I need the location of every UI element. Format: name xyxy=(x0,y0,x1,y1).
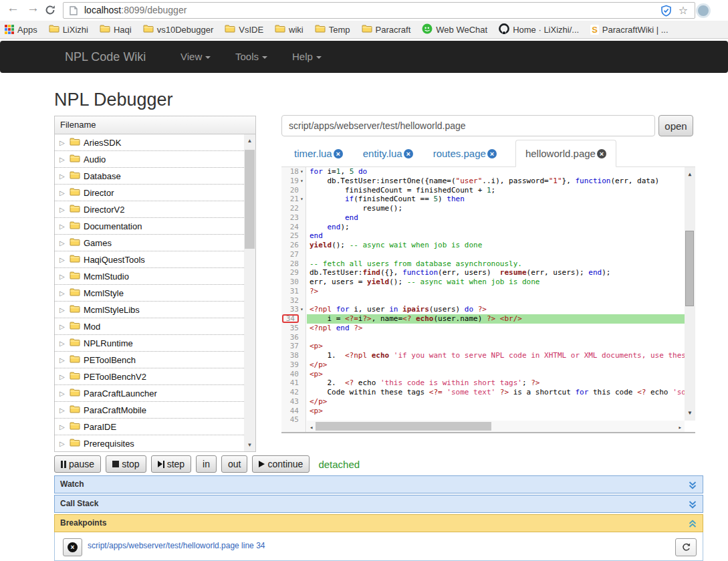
panel-header-watch[interactable]: Watch xyxy=(54,475,703,493)
gutter-line-35[interactable]: 35 xyxy=(281,324,306,333)
gutter-line-25[interactable]: 25 xyxy=(281,231,306,241)
code-line-32[interactable] xyxy=(307,296,685,306)
gutter-line-26[interactable]: 26 xyxy=(281,241,306,250)
gutter-line-43[interactable]: 43 xyxy=(281,397,306,407)
tree-row[interactable]: ▷HaqiQuestTools xyxy=(55,251,244,268)
editor-vertical-scrollbar[interactable]: ▲ ▼ xyxy=(685,167,695,421)
gutter-line-22[interactable]: 22 xyxy=(281,204,306,213)
gutter-line-42[interactable]: 42 xyxy=(281,388,306,397)
expander-icon[interactable]: ▷ xyxy=(59,239,66,247)
code-line-39[interactable]: </p> xyxy=(307,360,685,370)
tree-row[interactable]: ▷PEToolBench xyxy=(55,352,244,368)
gutter-line-18[interactable]: 18▾ xyxy=(281,167,306,177)
gutter-line-33[interactable]: 33▾ xyxy=(281,305,306,314)
tab-close-icon[interactable]: × xyxy=(487,149,497,158)
code-line-28[interactable]: -- fetch all users from database asynchr… xyxy=(307,259,685,269)
gutter-line-45[interactable]: 45 xyxy=(281,415,306,425)
tab-entity.lua[interactable]: entity.lua× xyxy=(362,140,414,166)
breakpoint-marker[interactable]: 34 xyxy=(282,314,299,323)
bookmark-item[interactable]: vs10Debugger xyxy=(143,24,214,35)
scrollbar-thumb[interactable] xyxy=(245,150,255,249)
menu-help[interactable]: Help xyxy=(292,41,322,73)
file-tree-scrollbar[interactable]: ▲ ▼ xyxy=(244,134,255,451)
scroll-up-icon[interactable]: ▲ xyxy=(244,138,255,144)
expander-icon[interactable]: ▷ xyxy=(59,273,66,280)
expander-icon[interactable]: ▷ xyxy=(59,223,66,230)
gutter-line-41[interactable]: 41 xyxy=(281,378,306,388)
code-line-29[interactable]: db.TestUser:find({}, function(err, users… xyxy=(307,268,685,277)
gutter-line-30[interactable]: 30 xyxy=(281,277,306,287)
tree-row[interactable]: ▷Director xyxy=(55,185,244,201)
editor-horizontal-scrollbar[interactable]: ◂ ▸ xyxy=(307,421,685,432)
bookmark-star-icon[interactable]: ☆ xyxy=(679,4,688,17)
tree-row[interactable]: ▷DirectorV2 xyxy=(55,201,244,218)
tree-row[interactable]: ▷ParaIDE xyxy=(55,419,244,435)
code-line-42[interactable]: Code within these tags <?= 'some text' ?… xyxy=(307,388,685,397)
open-button[interactable]: open xyxy=(658,115,693,136)
gutter-line-29[interactable]: 29 xyxy=(281,268,306,277)
fold-arrow-icon[interactable]: ▾ xyxy=(299,167,305,177)
tab-helloworld.page[interactable]: helloworld.page× xyxy=(515,140,616,167)
gutter-line-31[interactable]: 31 xyxy=(281,287,306,296)
tree-row[interactable]: ▷McmlStudio xyxy=(55,268,244,285)
pause-button[interactable]: pause xyxy=(54,455,101,473)
gutter-line-32[interactable]: 32 xyxy=(281,296,306,306)
code-line-40[interactable]: <p> xyxy=(307,370,685,379)
gutter-line-44[interactable]: 44 xyxy=(281,407,306,416)
refresh-breakpoints-button[interactable] xyxy=(675,538,697,556)
gutter-line-39[interactable]: 39 xyxy=(281,360,306,370)
expander-icon[interactable]: ▷ xyxy=(59,306,66,314)
expander-icon[interactable]: ▷ xyxy=(59,206,66,213)
bookmark-item[interactable]: Home · LiXizhi/... xyxy=(499,23,579,36)
bookmark-item[interactable]: Apps xyxy=(5,25,37,35)
in-button[interactable]: in xyxy=(196,455,217,473)
expander-icon[interactable]: ▷ xyxy=(59,139,66,146)
tab-close-icon[interactable]: × xyxy=(334,149,343,158)
code-line-41[interactable]: 2. <? echo 'this code is within short ta… xyxy=(307,378,685,388)
code-line-21[interactable]: if(finishedCount == 5) then xyxy=(307,195,685,204)
code-line-38[interactable]: 1. <?npl echo 'if you want to serve NPL … xyxy=(307,351,685,360)
tree-row[interactable]: ▷ParaCraftMobile xyxy=(55,402,244,419)
profile-avatar[interactable] xyxy=(698,5,709,16)
fold-arrow-icon[interactable]: ▾ xyxy=(299,177,305,186)
scroll-left-icon[interactable]: ◂ xyxy=(310,423,313,433)
tree-row[interactable]: ▷Documentation xyxy=(55,218,244,235)
expander-icon[interactable]: ▷ xyxy=(59,156,66,163)
code-editor[interactable]: 18▾19▾2021▾222324252627282930313233▾3435… xyxy=(281,167,695,433)
code-line-22[interactable]: resume(); xyxy=(307,204,685,213)
code-line-18[interactable]: for i=1, 5 do xyxy=(307,167,685,177)
code-line-30[interactable]: err, users = yield(); -- async wait when… xyxy=(307,277,685,287)
tree-row[interactable]: ▷Mod xyxy=(55,318,244,335)
gutter-line-34[interactable]: 34 xyxy=(281,314,306,324)
menu-tools[interactable]: Tools xyxy=(235,41,267,73)
tree-row[interactable]: ▷Games xyxy=(55,235,244,251)
tree-row[interactable]: ▷NPLRuntime xyxy=(55,335,244,352)
tree-row[interactable]: ▷Audio xyxy=(55,151,244,168)
code-line-35[interactable]: <?npl end ?> xyxy=(307,324,685,333)
code-line-44[interactable]: <p> xyxy=(307,407,685,416)
fold-arrow-icon[interactable]: ▾ xyxy=(299,195,305,204)
tree-row[interactable]: ▷Database xyxy=(55,168,244,185)
continue-button[interactable]: continue xyxy=(252,455,310,473)
expander-icon[interactable]: ▷ xyxy=(59,173,66,180)
expander-icon[interactable]: ▷ xyxy=(59,423,66,431)
scrollbar-thumb[interactable] xyxy=(316,422,491,431)
scroll-down-icon[interactable]: ▼ xyxy=(244,442,255,448)
tree-row[interactable]: ▷McmlStyleLibs xyxy=(55,302,244,318)
stop-button[interactable]: stop xyxy=(106,455,146,473)
expander-icon[interactable]: ▷ xyxy=(59,189,66,197)
bookmark-item[interactable]: SParacraftWiki | ... xyxy=(590,25,668,35)
tab-close-icon[interactable]: × xyxy=(597,149,606,158)
fold-arrow-icon[interactable]: ▾ xyxy=(299,305,305,314)
panel-header-call-stack[interactable]: Call Stack xyxy=(54,495,703,513)
gutter-line-38[interactable]: 38 xyxy=(281,351,306,360)
code-line-45[interactable] xyxy=(307,415,685,421)
gutter-line-21[interactable]: 21▾ xyxy=(281,195,306,204)
expander-icon[interactable]: ▷ xyxy=(59,323,66,330)
gutter-line-37[interactable]: 37 xyxy=(281,342,306,351)
gutter-line-27[interactable]: 27 xyxy=(281,250,306,259)
expander-icon[interactable]: ▷ xyxy=(59,407,66,414)
scroll-right-icon[interactable]: ▸ xyxy=(679,423,682,433)
file-path-input[interactable] xyxy=(281,115,655,136)
bookmark-item[interactable]: LiXizhi xyxy=(49,24,88,35)
